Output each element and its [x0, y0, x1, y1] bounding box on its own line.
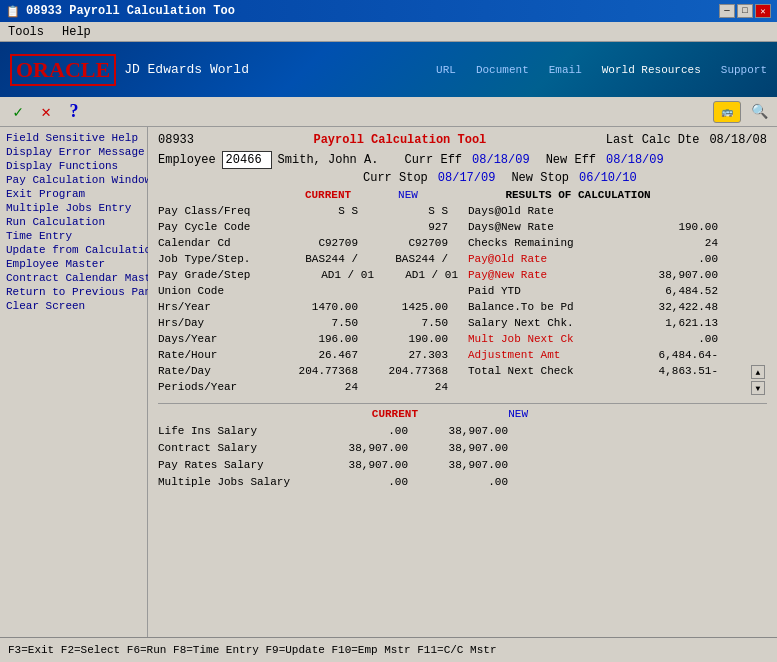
- table-row: Union Code: [158, 283, 458, 299]
- nav-document[interactable]: Document: [476, 64, 529, 76]
- table-row: Hrs/Year 1470.00 1425.00: [158, 299, 458, 315]
- form-title: Payroll Calculation Tool: [204, 133, 596, 147]
- sidebar-item-run-calculation[interactable]: Run Calculation: [6, 215, 141, 229]
- window-icon: 📋: [6, 5, 20, 18]
- left-table: Pay Class/Freq S S S S Pay Cycle Code 92…: [158, 203, 458, 395]
- table-row: Rate/Hour 26.467 27.303: [158, 347, 458, 363]
- new-stop-label: New Stop: [511, 171, 569, 185]
- right-table: Days@Old Rate Days@New Rate 190.00 Check…: [458, 203, 751, 395]
- check-icon[interactable]: ✓: [8, 102, 28, 122]
- title-bar: 📋 08933 Payroll Calculation Too ─ □ ✕: [0, 0, 777, 22]
- new-eff-label: New Eff: [546, 153, 596, 167]
- table-row: Adjustment Amt 6,484.64-: [468, 347, 751, 363]
- sidebar-item-display-functions[interactable]: Display Functions: [6, 159, 141, 173]
- jde-text: JD Edwards World: [124, 62, 249, 77]
- sidebar-item-clear-screen[interactable]: Clear Screen: [6, 299, 141, 313]
- sidebar-item-update-from-calc[interactable]: Update from Calculation: [6, 243, 141, 257]
- table-row: Mult Job Next Ck .00: [468, 331, 751, 347]
- form-header: 08933 Payroll Calculation Tool Last Calc…: [158, 133, 767, 147]
- curr-stop-date: 08/17/09: [438, 171, 496, 185]
- results-header: RESULTS OF CALCULATION: [478, 189, 678, 201]
- table-row: Pay Cycle Code 927: [158, 219, 458, 235]
- nav-email[interactable]: Email: [549, 64, 582, 76]
- main-layout: Field Sensitive Help Display Error Messa…: [0, 127, 777, 637]
- table-row: Life Ins Salary .00 38,907.00: [158, 422, 767, 439]
- last-calc-date: 08/18/08: [709, 133, 767, 147]
- table-row: Total Next Check 4,863.51-: [468, 363, 751, 379]
- stop-date-row: Curr Stop 08/17/09 New Stop 06/10/10: [158, 171, 767, 185]
- employee-name: Smith, John A.: [278, 153, 379, 167]
- table-row: Days@Old Rate: [468, 203, 751, 219]
- form-id: 08933: [158, 133, 194, 147]
- sidebar-item-pay-calc-window[interactable]: Pay Calculation Window: [6, 173, 141, 187]
- header-nav: URL Document Email World Resources Suppo…: [436, 64, 767, 76]
- maximize-button[interactable]: □: [737, 4, 753, 18]
- employee-row: Employee Smith, John A. Curr Eff 08/18/0…: [158, 151, 767, 169]
- table-row: Checks Remaining 24: [468, 235, 751, 251]
- last-calc-label: Last Calc Dte: [606, 133, 700, 147]
- oracle-text: ORACLE: [16, 57, 110, 82]
- table-row: Pay Rates Salary 38,907.00 38,907.00: [158, 456, 767, 473]
- menu-help[interactable]: Help: [58, 24, 95, 40]
- new-stop-date: 06/10/10: [579, 171, 637, 185]
- table-row: Hrs/Day 7.50 7.50: [158, 315, 458, 331]
- minimize-button[interactable]: ─: [719, 4, 735, 18]
- new-header: NEW: [368, 189, 448, 201]
- sidebar-item-employee-master[interactable]: Employee Master: [6, 257, 141, 271]
- table-row: Days/Year 196.00 190.00: [158, 331, 458, 347]
- nav-support[interactable]: Support: [721, 64, 767, 76]
- curr-eff-date: 08/18/09: [472, 153, 530, 167]
- sidebar-item-time-entry[interactable]: Time Entry: [6, 229, 141, 243]
- sidebar: Field Sensitive Help Display Error Messa…: [0, 127, 148, 637]
- sidebar-item-exit-program[interactable]: Exit Program: [6, 187, 141, 201]
- oracle-header: ORACLE JD Edwards World URL Document Ema…: [0, 42, 777, 97]
- table-row: Rate/Day 204.77368 204.77368: [158, 363, 458, 379]
- employee-id-input[interactable]: [222, 151, 272, 169]
- new-eff-date: 08/18/09: [606, 153, 664, 167]
- close-button[interactable]: ✕: [755, 4, 771, 18]
- table-row: Pay@New Rate 38,907.00: [468, 267, 751, 283]
- menu-bar: Tools Help: [0, 22, 777, 42]
- table-row: Periods/Year 24 24: [158, 379, 458, 395]
- current-header: CURRENT: [288, 189, 368, 201]
- scroll-up-button[interactable]: ▲: [751, 365, 765, 379]
- menu-tools[interactable]: Tools: [4, 24, 48, 40]
- bus-icon[interactable]: 🚌: [713, 101, 741, 123]
- content-area: 08933 Payroll Calculation Tool Last Calc…: [148, 127, 777, 637]
- sidebar-item-contract-calendar[interactable]: Contract Calendar Maste: [6, 271, 141, 285]
- scroll-down-button[interactable]: ▼: [751, 381, 765, 395]
- x-icon[interactable]: ✕: [36, 102, 56, 122]
- table-row: Paid YTD 6,484.52: [468, 283, 751, 299]
- scroll-controls: ▲ ▼: [751, 203, 767, 395]
- table-row: Pay Grade/Step AD1 / 01 AD1 / 01: [158, 267, 458, 283]
- search-icon[interactable]: 🔍: [749, 102, 769, 122]
- status-text: F3=Exit F2=Select F6=Run F8=Time Entry F…: [8, 644, 496, 656]
- sidebar-item-multiple-jobs[interactable]: Multiple Jobs Entry: [6, 201, 141, 215]
- table-row: Job Type/Step. BAS244 / BAS244 /: [158, 251, 458, 267]
- table-row: Multiple Jobs Salary .00 .00: [158, 473, 767, 490]
- table-row: Contract Salary 38,907.00 38,907.00: [158, 439, 767, 456]
- sidebar-item-display-error[interactable]: Display Error Message: [6, 145, 141, 159]
- window-title: 08933 Payroll Calculation Too: [26, 4, 235, 18]
- table-row: Pay@Old Rate .00: [468, 251, 751, 267]
- toolbar: ✓ ✕ ? 🚌 🔍: [0, 97, 777, 127]
- nav-url[interactable]: URL: [436, 64, 456, 76]
- status-bar: F3=Exit F2=Select F6=Run F8=Time Entry F…: [0, 637, 777, 662]
- employee-label: Employee: [158, 153, 216, 167]
- table-row: Days@New Rate 190.00: [468, 219, 751, 235]
- salary-section: CURRENT NEW Life Ins Salary .00 38,907.0…: [158, 403, 767, 490]
- salary-current-header: CURRENT: [308, 408, 418, 420]
- curr-stop-label: Curr Stop: [363, 171, 428, 185]
- column-headers: CURRENT NEW RESULTS OF CALCULATION: [158, 189, 767, 201]
- table-row: Pay Class/Freq S S S S: [158, 203, 458, 219]
- table-row: Salary Next Chk. 1,621.13: [468, 315, 751, 331]
- sidebar-item-field-sensitive-help[interactable]: Field Sensitive Help: [6, 131, 141, 145]
- help-icon[interactable]: ?: [64, 102, 84, 122]
- table-row: Balance.To be Pd 32,422.48: [468, 299, 751, 315]
- salary-headers: CURRENT NEW: [158, 408, 767, 420]
- oracle-logo: ORACLE JD Edwards World: [10, 54, 249, 86]
- nav-world-resources[interactable]: World Resources: [602, 64, 701, 76]
- salary-new-header: NEW: [418, 408, 528, 420]
- sidebar-item-return-prev[interactable]: Return to Previous Pane: [6, 285, 141, 299]
- table-row: Calendar Cd C92709 C92709: [158, 235, 458, 251]
